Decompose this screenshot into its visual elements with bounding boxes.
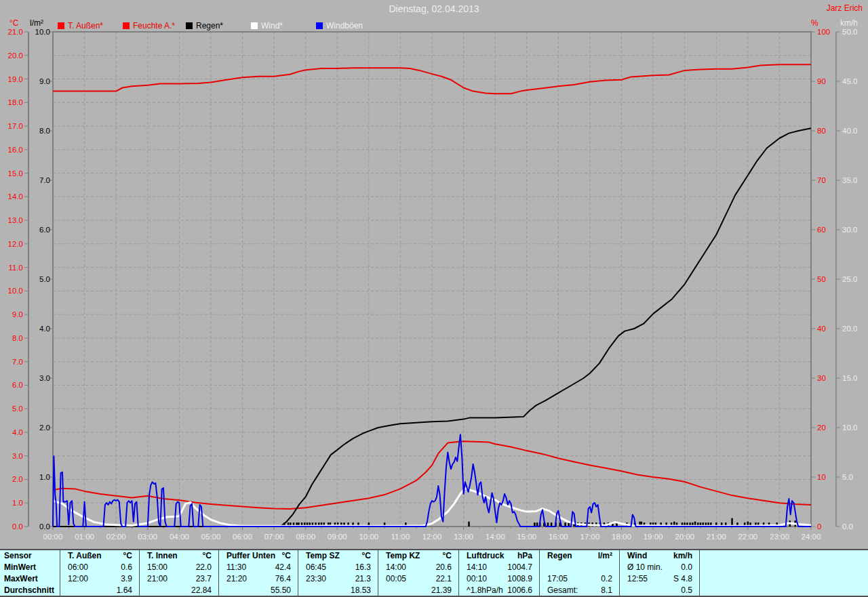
time-axis-label: 01:00 <box>75 533 94 541</box>
weather-chart: 0.01.02.03.04.05.06.07.08.09.010.011.012… <box>0 0 868 549</box>
time-axis-label: 07:00 <box>264 533 284 541</box>
table-row-label: Durchschnitt <box>4 585 57 595</box>
cell-time: 06:45 <box>306 562 326 572</box>
humidity-axis-label: 10 <box>817 473 826 481</box>
cell-value: 22.1 <box>436 574 452 583</box>
rain-axis-label: 2.0 <box>39 424 50 432</box>
legend-swatch-wind <box>251 22 258 29</box>
table-cell-temp-kz: 14:0020.6 <box>386 562 452 572</box>
author-label: Jarz Erich <box>827 3 863 13</box>
temp-axis-label: 17.0 <box>8 122 23 130</box>
table-column-separator <box>60 550 60 596</box>
time-axis-label: 18:00 <box>612 533 631 541</box>
table-cell-temp-kz: 21.39 <box>386 585 452 595</box>
time-axis-label: 03:00 <box>138 533 157 541</box>
table-cell-regen: 17:050.2 <box>547 574 612 583</box>
cell-value: 0.0 <box>681 562 692 572</box>
cell-time: ^1.8hPa/h <box>467 585 503 595</box>
rain-axis-label: 5.0 <box>39 275 50 283</box>
humidity-axis-label: 20 <box>817 424 826 432</box>
time-axis-label: 23:00 <box>770 533 789 541</box>
weather-app-window: 0.01.02.03.04.05.06.07.08.09.010.011.012… <box>0 0 868 597</box>
cell-time: 00:05 <box>386 574 406 583</box>
cell-value: 3.9 <box>121 574 132 583</box>
time-axis-label: 00:00 <box>43 533 63 541</box>
time-axis-label: 14:00 <box>486 533 505 541</box>
table-cell-wind: 12:55S 4.8 <box>627 574 692 583</box>
rain-axis-label: 10.0 <box>35 28 50 36</box>
wind-axis-label: 10.0 <box>842 424 857 432</box>
cell-value: 42.4 <box>275 562 291 572</box>
cell-time: 12:00 <box>68 574 88 583</box>
time-axis-label: 02:00 <box>106 533 126 541</box>
table-column-separator <box>298 550 298 596</box>
time-axis-label: 20:00 <box>675 533 694 541</box>
table-column-separator <box>218 550 219 596</box>
legend-label: Wind* <box>261 21 283 30</box>
cell-value: S 4.8 <box>673 574 692 583</box>
cell-value: 8.1 <box>601 585 612 595</box>
table-cell-t-au-en: 12:003.9 <box>68 574 132 583</box>
cell-value: 55.50 <box>271 585 291 595</box>
cell-time: 11:30 <box>226 562 246 572</box>
cell-time: 12:55 <box>627 574 648 583</box>
table-cell-wind: Windkm/h <box>627 551 692 560</box>
humidity-axis-label: 50 <box>817 275 826 283</box>
cell-time: 23:30 <box>306 574 326 583</box>
cell-time: Temp KZ <box>386 551 420 560</box>
table-cell-regen: Gesamt:8.1 <box>547 585 612 595</box>
table-border-top <box>0 549 868 550</box>
temp-axis-label: 9.0 <box>12 310 23 318</box>
wind-axis-label: 35.0 <box>842 176 857 184</box>
temp-axis-label: 11.0 <box>8 264 23 272</box>
humidity-axis-label: 40 <box>817 325 826 333</box>
table-cell-t-au-en: T. Außen°C <box>68 551 132 560</box>
cell-time: 17:05 <box>547 574 568 583</box>
legend-item-wind: Wind* <box>251 21 283 30</box>
rain-axis-label: 0.0 <box>39 522 50 531</box>
cell-value: 0.2 <box>601 574 612 583</box>
cell-time: T. Innen <box>147 551 178 560</box>
time-axis-label: 19:00 <box>644 533 663 541</box>
table-row-label: Sensor <box>4 551 57 560</box>
cell-value: °C <box>203 551 212 560</box>
table-cell-t-innen: 22.84 <box>147 585 212 595</box>
rain-axis-label: 4.0 <box>39 325 50 333</box>
humidity-axis-label: 90 <box>817 77 826 85</box>
legend-swatch-feuchte <box>123 22 130 29</box>
table-cell-luftdruck: 14:101004.7 <box>467 562 532 572</box>
time-axis-label: 09:00 <box>328 533 347 541</box>
cell-value: 76.4 <box>275 574 291 583</box>
rain-axis-label: 7.0 <box>39 176 50 184</box>
cell-time: Gesamt: <box>547 585 578 595</box>
table-cell-luftdruck: ^1.8hPa/h1006.6 <box>467 585 532 595</box>
cell-value: 22.0 <box>196 562 212 572</box>
cell-value: 16.3 <box>355 562 371 572</box>
cell-time: Temp SZ <box>306 551 340 560</box>
legend-label: T. Außen* <box>68 21 103 30</box>
axis-unit-wind: km/h <box>840 18 858 28</box>
temp-axis-label: 5.0 <box>12 405 23 413</box>
temp-axis-label: 20.0 <box>8 52 23 60</box>
time-axis-label: 12:00 <box>422 533 442 541</box>
table-cell-t-au-en: 1.64 <box>68 585 132 595</box>
legend-swatch-t-aussen <box>58 22 64 29</box>
cell-time: Ø 10 min. <box>627 562 663 572</box>
time-axis-label: 05:00 <box>201 533 221 541</box>
table-cell-temp-sz: 18.53 <box>306 585 371 595</box>
table-row-label: MinWert <box>4 562 57 572</box>
cell-time: 14:10 <box>467 562 487 572</box>
time-axis-label: 04:00 <box>170 533 189 541</box>
cell-value: 1.64 <box>117 585 132 595</box>
rain-axis-label: 9.0 <box>39 77 50 85</box>
table-cell-wind: 0.5 <box>627 585 692 595</box>
wind-axis-label: 50.0 <box>842 28 857 36</box>
wind-axis-label: 0.0 <box>842 522 853 531</box>
legend-label: Regen* <box>196 21 223 30</box>
cell-value: 21.39 <box>431 585 452 595</box>
legend-swatch-windboeen <box>316 22 323 29</box>
table-cell-t-au-en: 06:000.6 <box>68 562 132 572</box>
legend-label: Windböen <box>326 21 363 30</box>
temp-axis-label: 14.0 <box>8 192 23 201</box>
humidity-axis-label: 70 <box>817 176 826 184</box>
